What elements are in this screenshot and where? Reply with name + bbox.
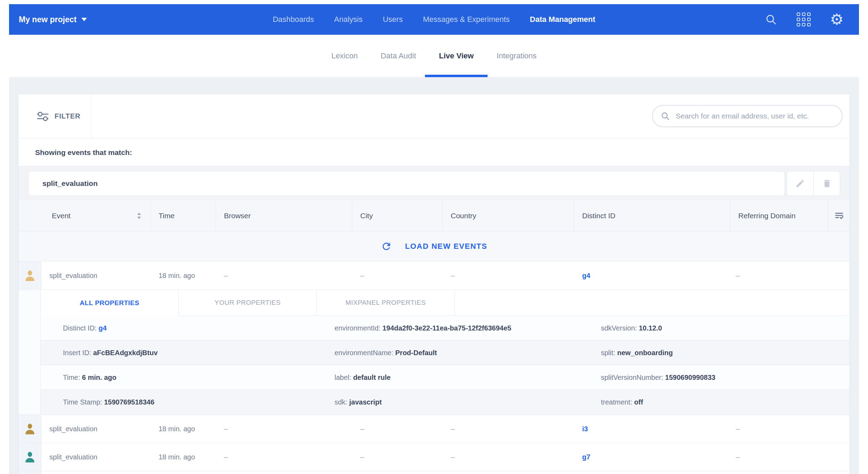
event-city: – [352, 415, 443, 443]
event-city: – [352, 443, 443, 471]
pencil-icon [795, 179, 805, 188]
event-row-spacer [828, 443, 850, 471]
nav-messages-experiments[interactable]: Messages & Experiments [423, 15, 509, 24]
property-row: Distinct ID: g4 environmentId: 194da2f0-… [41, 316, 850, 341]
tab-lexicon[interactable]: Lexicon [331, 35, 358, 77]
top-navigation-bar: My new project Dashboards Analysis Users… [9, 4, 859, 35]
search-icon [660, 111, 670, 121]
event-browser: – [216, 262, 352, 289]
event-referring-domain: – [730, 415, 828, 443]
filter-sliders-icon [37, 112, 49, 121]
nav-analysis[interactable]: Analysis [334, 15, 363, 24]
event-time: 18 min. ago [151, 415, 216, 443]
distinct-id-link[interactable]: i3 [582, 425, 588, 433]
event-browser: – [216, 415, 352, 443]
tab-all-properties[interactable]: ALL PROPERTIES [41, 290, 179, 316]
event-properties-panel: ALL PROPERTIES YOUR PROPERTIES MIXPANEL … [18, 290, 850, 415]
filter-toolbar: FILTER [18, 94, 850, 139]
event-country: – [443, 443, 574, 471]
event-query-value[interactable]: split_evaluation [28, 171, 785, 196]
delete-filter-button[interactable] [813, 171, 840, 196]
project-selector[interactable]: My new project [19, 15, 87, 24]
tab-integrations[interactable]: Integrations [497, 35, 537, 77]
user-avatar[interactable] [18, 262, 41, 289]
page-content: FILTER Showing events that match: split_… [9, 77, 859, 474]
event-referring-domain: – [730, 443, 828, 471]
refresh-icon [381, 241, 392, 252]
tab-data-audit[interactable]: Data Audit [381, 35, 416, 77]
search-input[interactable] [676, 112, 842, 120]
person-icon [24, 423, 36, 435]
event-country: – [443, 262, 574, 289]
user-avatar[interactable] [18, 443, 41, 471]
tab-live-view[interactable]: Live View [439, 35, 474, 77]
properties-tabs: ALL PROPERTIES YOUR PROPERTIES MIXPANEL … [41, 290, 850, 316]
column-header-referring-domain: Referring Domain [730, 200, 828, 231]
main-nav: Dashboards Analysis Users Messages & Exp… [273, 15, 595, 24]
event-name: split_evaluation [41, 262, 151, 289]
sort-icon [136, 212, 143, 220]
edit-filter-button[interactable] [787, 171, 813, 196]
column-header-event[interactable]: Event [18, 200, 151, 231]
live-view-card: FILTER Showing events that match: split_… [18, 94, 850, 474]
column-header-browser: Browser [216, 200, 352, 231]
person-icon [24, 269, 36, 282]
data-management-subnav: Lexicon Data Audit Live View Integration… [0, 35, 868, 77]
load-new-events-label: LOAD NEW EVENTS [405, 242, 487, 251]
load-new-events-button[interactable]: LOAD NEW EVENTS [18, 231, 850, 262]
user-avatar[interactable] [18, 415, 41, 443]
event-row-spacer [828, 262, 850, 289]
distinct-id-link[interactable]: g7 [582, 453, 590, 461]
apps-grid-icon[interactable] [797, 13, 811, 26]
event-row-1[interactable]: split_evaluation 18 min. ago – – – g4 – [18, 262, 850, 290]
properties-gutter [18, 290, 41, 415]
trash-icon [822, 179, 832, 188]
person-icon [24, 451, 36, 463]
events-table-header: Event Time Browser City Country Distinct… [18, 200, 850, 231]
project-name: My new project [19, 15, 77, 24]
query-actions [787, 171, 840, 196]
property-row: Time: 6 min. ago label: default rule spl… [41, 365, 850, 390]
chevron-down-icon [81, 18, 87, 21]
showing-events-heading: Showing events that match: [18, 139, 850, 166]
nav-data-management[interactable]: Data Management [530, 15, 595, 24]
event-referring-domain: – [730, 262, 828, 289]
filter-button-label: FILTER [55, 112, 81, 120]
gear-icon[interactable]: ⚙ [830, 12, 844, 27]
column-header-country: Country [443, 200, 574, 231]
filter-button[interactable]: FILTER [18, 94, 91, 138]
tab-your-properties[interactable]: YOUR PROPERTIES [179, 290, 317, 316]
list-check-icon [834, 211, 844, 221]
property-row: Insert ID: aFcBEAdgxkdjBtuv environmentN… [41, 341, 850, 365]
event-time: 18 min. ago [151, 443, 216, 471]
column-header-distinct-id: Distinct ID [574, 200, 730, 231]
column-settings-button[interactable] [828, 200, 850, 231]
event-name: split_evaluation [41, 443, 151, 471]
user-search-box[interactable] [652, 105, 843, 127]
event-city: – [352, 262, 443, 289]
event-row-3[interactable]: split_evaluation 18 min. ago – – – g7 – [18, 443, 850, 471]
event-row-partial [18, 471, 850, 474]
event-filter-row: split_evaluation [18, 166, 850, 200]
column-header-city: City [352, 200, 443, 231]
column-header-time: Time [151, 200, 216, 231]
distinct-id-link[interactable]: g4 [582, 272, 590, 280]
event-time: 18 min. ago [151, 262, 216, 289]
properties-tabs-filler [455, 290, 850, 316]
nav-users[interactable]: Users [383, 15, 403, 24]
tab-mixpanel-properties[interactable]: MIXPANEL PROPERTIES [317, 290, 455, 316]
event-row-spacer [828, 415, 850, 443]
event-row-2[interactable]: split_evaluation 18 min. ago – – – i3 – [18, 415, 850, 443]
event-name: split_evaluation [41, 415, 151, 443]
search-icon[interactable] [765, 13, 777, 26]
property-value-link[interactable]: g4 [98, 324, 106, 332]
event-browser: – [216, 443, 352, 471]
nav-dashboards[interactable]: Dashboards [273, 15, 314, 24]
property-row: Time Stamp: 1590769518346 sdk: javascrip… [41, 390, 850, 415]
event-country: – [443, 415, 574, 443]
topbar-icons: ⚙ [765, 12, 844, 27]
